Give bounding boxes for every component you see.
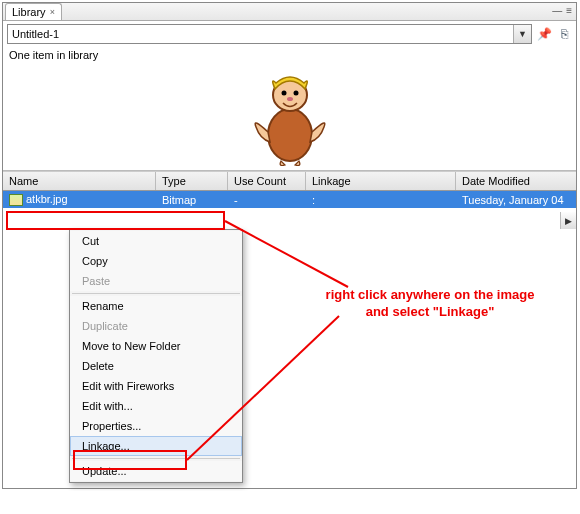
bitmap-icon: [9, 194, 23, 206]
menu-icon[interactable]: ≡: [566, 5, 572, 16]
col-type[interactable]: Type: [156, 172, 228, 190]
chevron-down-icon[interactable]: ▼: [513, 25, 531, 43]
minimize-icon[interactable]: —: [552, 5, 562, 16]
ctx-move-folder[interactable]: Move to New Folder: [70, 336, 242, 356]
tab-label: Library: [12, 6, 46, 18]
pin-icon[interactable]: 📌: [536, 26, 552, 42]
tab-library[interactable]: Library ×: [5, 3, 62, 20]
svg-point-3: [293, 90, 298, 95]
preview-image: [240, 67, 340, 167]
ctx-cut[interactable]: Cut: [70, 231, 242, 251]
document-selector[interactable]: Untitled-1 ▼: [7, 24, 532, 44]
row-name-text: atkbr.jpg: [26, 193, 68, 205]
ctx-properties[interactable]: Properties...: [70, 416, 242, 436]
ctx-separator: [72, 293, 240, 294]
preview-area: [3, 63, 576, 171]
table-row[interactable]: atkbr.jpg Bitmap - : Tuesday, January 04: [3, 191, 576, 208]
col-date-modified[interactable]: Date Modified: [456, 172, 576, 190]
status-text: One item in library: [3, 47, 576, 63]
svg-point-4: [287, 97, 293, 101]
ctx-edit-fireworks[interactable]: Edit with Fireworks: [70, 376, 242, 396]
new-library-icon[interactable]: ⎘: [556, 26, 572, 42]
annotation-linkage-highlight: [73, 450, 187, 470]
ctx-delete[interactable]: Delete: [70, 356, 242, 376]
ctx-edit-with[interactable]: Edit with...: [70, 396, 242, 416]
cell-linkage: :: [306, 194, 456, 206]
annotation-row-highlight: [6, 211, 225, 230]
col-use-count[interactable]: Use Count: [228, 172, 306, 190]
tab-strip: Library × — ≡: [3, 3, 576, 21]
cell-type: Bitmap: [156, 194, 228, 206]
library-panel: Library × — ≡ Untitled-1 ▼ 📌 ⎘ One item …: [2, 2, 577, 489]
cell-name: atkbr.jpg: [3, 193, 156, 206]
ctx-duplicate: Duplicate: [70, 316, 242, 336]
svg-point-0: [268, 109, 312, 161]
document-name: Untitled-1: [12, 28, 59, 40]
col-linkage[interactable]: Linkage: [306, 172, 456, 190]
document-row: Untitled-1 ▼ 📌 ⎘: [3, 21, 576, 47]
ctx-paste: Paste: [70, 271, 242, 291]
cell-date: Tuesday, January 04: [456, 194, 576, 206]
ctx-rename[interactable]: Rename: [70, 296, 242, 316]
close-icon[interactable]: ×: [50, 7, 55, 17]
ctx-copy[interactable]: Copy: [70, 251, 242, 271]
column-headers: Name Type Use Count Linkage Date Modifie…: [3, 171, 576, 191]
svg-point-2: [281, 90, 286, 95]
context-menu: Cut Copy Paste Rename Duplicate Move to …: [69, 229, 243, 483]
scroll-right-icon[interactable]: ▶: [560, 212, 576, 229]
col-name[interactable]: Name: [3, 172, 156, 190]
cell-use-count: -: [228, 194, 306, 206]
